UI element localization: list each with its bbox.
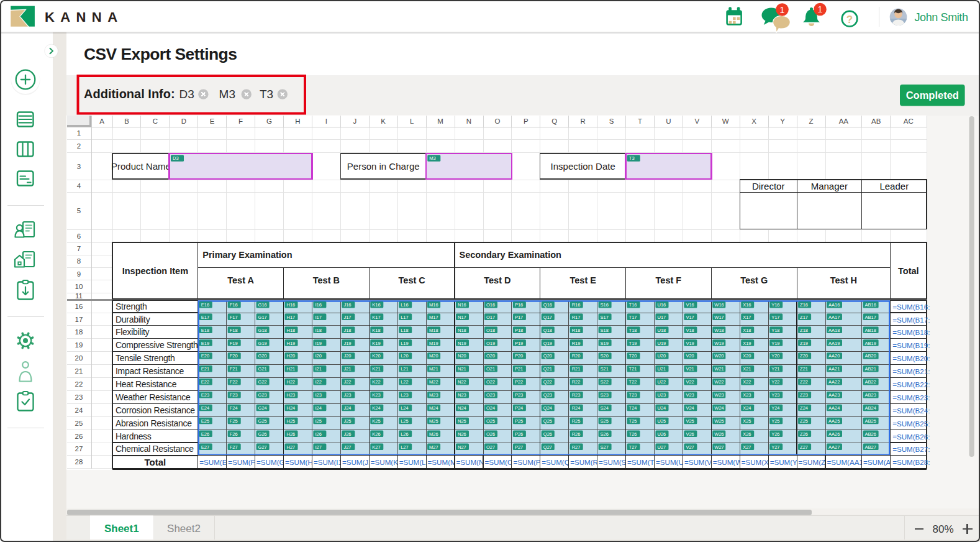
svg-text:AA23: AA23 (828, 392, 840, 398)
svg-text:AA18: AA18 (828, 328, 840, 333)
svg-text:H27: H27 (287, 444, 296, 450)
svg-text:N26: N26 (458, 431, 466, 437)
svg-text:W27: W27 (714, 444, 724, 450)
svg-text:K23: K23 (372, 392, 380, 398)
svg-text:T22: T22 (629, 379, 637, 385)
svg-text:Person in Charge: Person in Charge (347, 161, 420, 172)
svg-text:W17: W17 (714, 315, 724, 320)
svg-text:J27: J27 (343, 444, 351, 450)
svg-text:K20: K20 (372, 353, 380, 359)
svg-text:L23: L23 (401, 392, 409, 398)
svg-text:J23: J23 (343, 392, 351, 398)
svg-text:=SUM(B28:: =SUM(B28: (892, 458, 930, 466)
svg-text:T27: T27 (629, 444, 637, 450)
svg-text:Secondary Examination: Secondary Examination (460, 250, 561, 260)
svg-text:P21: P21 (515, 366, 523, 372)
svg-text:22: 22 (75, 380, 83, 388)
svg-text:80%: 80% (932, 523, 953, 535)
svg-text:W26: W26 (714, 431, 724, 437)
svg-text:Z26: Z26 (800, 431, 808, 437)
svg-text:O22: O22 (486, 379, 495, 385)
svg-text:Y23: Y23 (771, 392, 779, 398)
svg-text:AA22: AA22 (828, 379, 840, 385)
svg-text:X17: X17 (743, 315, 751, 320)
svg-text:O20: O20 (486, 353, 495, 359)
svg-text:AC: AC (904, 117, 914, 125)
svg-text:AB22: AB22 (865, 379, 876, 385)
svg-text:1: 1 (780, 5, 785, 15)
svg-text:V25: V25 (686, 418, 694, 424)
svg-text:N19: N19 (458, 341, 466, 346)
svg-text:P19: P19 (515, 341, 523, 346)
svg-text:H21: H21 (287, 366, 296, 372)
svg-text:Leader: Leader (879, 181, 909, 191)
svg-text:G17: G17 (258, 315, 267, 320)
svg-text:J17: J17 (343, 315, 351, 320)
svg-text:J22: J22 (343, 379, 351, 385)
svg-text:V26: V26 (686, 431, 694, 437)
svg-text:S18: S18 (601, 328, 609, 333)
svg-text:Inspection Date: Inspection Date (551, 161, 615, 172)
svg-text:K24: K24 (372, 405, 380, 411)
svg-text:M23: M23 (429, 392, 438, 398)
svg-text:=SUM(B27:: =SUM(B27: (892, 445, 930, 453)
svg-text:Test B: Test B (313, 275, 340, 285)
svg-text:W21: W21 (714, 366, 724, 372)
svg-text:L20: L20 (401, 353, 409, 359)
svg-text:20: 20 (75, 354, 83, 362)
svg-text:W22: W22 (714, 379, 724, 385)
svg-text:4: 4 (77, 182, 81, 190)
svg-text:=SUM(Z1: =SUM(Z1 (799, 458, 830, 466)
svg-text:AA26: AA26 (828, 431, 840, 437)
svg-text:AA21: AA21 (828, 366, 840, 372)
svg-text:H17: H17 (287, 315, 296, 320)
svg-text:AA17: AA17 (828, 315, 840, 320)
svg-text:V18: V18 (686, 328, 694, 333)
svg-text:Test F: Test F (656, 275, 682, 285)
svg-text:N: N (466, 117, 471, 125)
svg-text:G20: G20 (258, 353, 267, 359)
svg-text:21: 21 (75, 367, 83, 375)
svg-text:AA20: AA20 (828, 353, 840, 359)
svg-text:T23: T23 (629, 392, 637, 398)
svg-text:Y16: Y16 (771, 302, 779, 308)
svg-text:M18: M18 (429, 328, 438, 333)
svg-text:W: W (722, 117, 729, 125)
svg-text:19: 19 (75, 341, 83, 349)
svg-text:U: U (666, 117, 671, 125)
svg-text:E17: E17 (201, 315, 209, 320)
svg-text:J18: J18 (343, 328, 351, 333)
svg-text:Director: Director (752, 181, 785, 191)
svg-text:F19: F19 (230, 341, 238, 346)
svg-text:Primary Examination: Primary Examination (202, 250, 292, 260)
svg-text:8: 8 (77, 257, 81, 265)
svg-text:F22: F22 (230, 379, 238, 385)
svg-text:I24: I24 (315, 405, 321, 411)
svg-text:L16: L16 (401, 302, 409, 308)
svg-text:AB27: AB27 (865, 444, 876, 450)
svg-text:Compressive Strength: Compressive Strength (116, 340, 198, 350)
svg-text:K26: K26 (372, 431, 380, 437)
svg-text:T3: T3 (260, 88, 273, 101)
svg-text:R20: R20 (572, 353, 581, 359)
svg-text:=SUM(B25:: =SUM(B25: (892, 420, 930, 428)
svg-text:=SUM(B22:: =SUM(B22: (892, 380, 930, 388)
svg-text:F24: F24 (230, 405, 238, 411)
svg-text:Y18: Y18 (771, 328, 779, 333)
svg-text:P17: P17 (515, 315, 523, 320)
svg-text:T19: T19 (629, 341, 637, 346)
svg-text:O: O (494, 117, 500, 125)
svg-text:M19: M19 (429, 341, 438, 346)
svg-text:KANNA: KANNA (45, 9, 123, 25)
svg-text:Q24: Q24 (543, 405, 552, 411)
svg-text:=SUM(T1: =SUM(T1 (627, 458, 658, 466)
svg-text:N25: N25 (458, 418, 466, 424)
svg-text:L17: L17 (401, 315, 409, 320)
svg-text:N27: N27 (458, 444, 466, 450)
svg-text:J24: J24 (343, 405, 351, 411)
svg-text:J: J (353, 117, 356, 125)
svg-text:11: 11 (75, 292, 83, 300)
svg-text:I20: I20 (315, 353, 321, 359)
svg-text:X23: X23 (743, 392, 751, 398)
svg-text:Total: Total (145, 457, 166, 467)
